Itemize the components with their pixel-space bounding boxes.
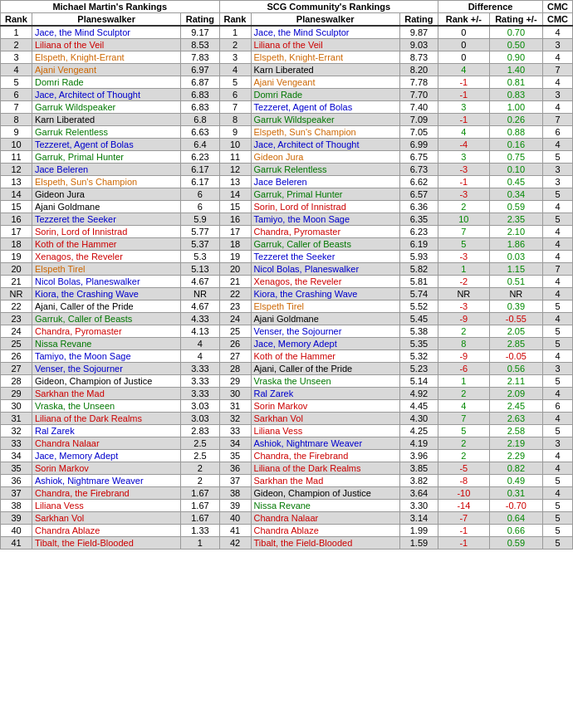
scg-planeswalker: Xenagos, the Reveler xyxy=(251,276,399,288)
scg-planeswalker: Chandra, Pyromaster xyxy=(251,226,399,238)
table-row: 25 Nissa Revane 4 26 Jace, Memory Adept … xyxy=(1,338,573,350)
scg-rank: 19 xyxy=(219,251,251,263)
table-row: 7 Garruk Wildspeaker 6.83 7 Tezzeret, Ag… xyxy=(1,101,573,114)
cmc-val: 5 xyxy=(543,338,573,350)
mm-rank: 8 xyxy=(1,114,32,126)
rating-diff: 2.35 xyxy=(489,213,542,226)
mm-rating: 6 xyxy=(181,201,219,213)
mm-planeswalker: Elspeth, Knight-Errant xyxy=(32,51,181,64)
scg-rank: 15 xyxy=(219,201,251,213)
rank-diff: -3 xyxy=(438,164,490,176)
cmc-val: 4 xyxy=(543,313,573,325)
mm-rating: 4.67 xyxy=(181,276,219,288)
mm-planeswalker: Kiora, the Crashing Wave xyxy=(32,288,181,300)
scg-rank: 11 xyxy=(219,151,251,164)
scg-rating: 5.35 xyxy=(399,338,438,350)
table-row: 8 Karn Liberated 6.8 8 Garruk Wildspeake… xyxy=(1,114,573,126)
rank-diff: -1 xyxy=(438,537,490,550)
scg-rank: 26 xyxy=(219,338,251,350)
scg-planeswalker: Liliana of the Dark Realms xyxy=(251,462,399,475)
scg-rank: 4 xyxy=(219,64,251,76)
rating-diff-header: Rating +/- xyxy=(489,13,542,27)
scg-rating: 7.40 xyxy=(399,101,438,114)
scg-planeswalker: Chandra Ablaze xyxy=(251,525,399,537)
mm-rank: 15 xyxy=(1,201,32,213)
scg-planeswalker: Tamiyo, the Moon Sage xyxy=(251,213,399,226)
rating-diff: 0.31 xyxy=(489,487,542,500)
mm-rank: 6 xyxy=(1,89,32,101)
scg-rating: 1.99 xyxy=(399,525,438,537)
scg-rank: 31 xyxy=(219,400,251,413)
rank-diff: 5 xyxy=(438,425,490,437)
mm-rank: 16 xyxy=(1,213,32,226)
rank-diff: 2 xyxy=(438,388,490,400)
scg-rating: 3.14 xyxy=(399,512,438,525)
table-row: 23 Garruk, Caller of Beasts 4.33 24 Ajan… xyxy=(1,313,573,325)
scg-planeswalker: Liliana Vess xyxy=(251,425,399,437)
mm-rank: 11 xyxy=(1,151,32,164)
scg-planeswalker: Garruk, Caller of Beasts xyxy=(251,238,399,251)
mm-rank: 13 xyxy=(1,176,32,188)
scg-rating: 4.92 xyxy=(399,388,438,400)
rating-diff: 0.34 xyxy=(489,188,542,201)
scg-planeswalker: Ajani, Caller of the Pride xyxy=(251,363,399,375)
mm-rating: 6.17 xyxy=(181,176,219,188)
mm-rank: 32 xyxy=(1,425,32,437)
mm-planeswalker: Garruk, Caller of Beasts xyxy=(32,313,181,325)
scg-rank: 34 xyxy=(219,437,251,450)
table-row: NR Kiora, the Crashing Wave NR 22 Kiora,… xyxy=(1,288,573,300)
scg-rating: 6.36 xyxy=(399,201,438,213)
scg-planeswalker: Jace, the Mind Sculptor xyxy=(251,26,399,39)
scg-planeswalker: Garruk Relentless xyxy=(251,164,399,176)
mm-rating: 2 xyxy=(181,462,219,475)
table-row: 3 Elspeth, Knight-Errant 7.83 3 Elspeth,… xyxy=(1,51,573,64)
table-row: 34 Jace, Memory Adept 2.5 35 Chandra, th… xyxy=(1,450,573,462)
mm-rating: 1.67 xyxy=(181,500,219,512)
scg-rating: 5.93 xyxy=(399,251,438,263)
scg-rating: 5.32 xyxy=(399,350,438,363)
mm-rank: 5 xyxy=(1,76,32,89)
rank-diff: -14 xyxy=(438,500,490,512)
scg-rating: 3.82 xyxy=(399,475,438,487)
table-row: 16 Tezzeret the Seeker 5.9 16 Tamiyo, th… xyxy=(1,213,573,226)
mm-rating: 2 xyxy=(181,475,219,487)
scg-rating: 3.64 xyxy=(399,487,438,500)
cmc-val: 6 xyxy=(543,126,573,139)
cmc-val: 3 xyxy=(543,89,573,101)
scg-rating: 1.59 xyxy=(399,537,438,550)
cmc-val: 3 xyxy=(543,437,573,450)
scg-planeswalker: Liliana of the Veil xyxy=(251,39,399,51)
mm-rating: 8.53 xyxy=(181,39,219,51)
mm-rating: 6 xyxy=(181,188,219,201)
rating-diff: 0.51 xyxy=(489,276,542,288)
scg-rank: 7 xyxy=(219,101,251,114)
scg-planeswalker: Nissa Revane xyxy=(251,500,399,512)
table-row: 19 Xenagos, the Reveler 5.3 19 Tezzeret … xyxy=(1,251,573,263)
scg-planeswalker: Nicol Bolas, Planeswalker xyxy=(251,263,399,276)
scg-rank: 2 xyxy=(219,39,251,51)
table-row: 10 Tezzeret, Agent of Bolas 6.4 10 Jace,… xyxy=(1,139,573,151)
cmc-val: 4 xyxy=(543,251,573,263)
cmc-val: 5 xyxy=(543,475,573,487)
scg-planeswalker: Koth of the Hammer xyxy=(251,350,399,363)
scg-planeswalker: Ajani Vengeant xyxy=(251,76,399,89)
scg-rank: 41 xyxy=(219,525,251,537)
scg-rating: 6.35 xyxy=(399,213,438,226)
scg-rank: 5 xyxy=(219,76,251,89)
scg-rating: 8.73 xyxy=(399,51,438,64)
scg-rank: 30 xyxy=(219,388,251,400)
rank-diff: -8 xyxy=(438,475,490,487)
rank-diff: 3 xyxy=(438,101,490,114)
rating-diff: 0.50 xyxy=(489,39,542,51)
rating-diff: 1.40 xyxy=(489,64,542,76)
mm-rating: 6.17 xyxy=(181,164,219,176)
mm-rank: 33 xyxy=(1,437,32,450)
scg-rating: 6.75 xyxy=(399,151,438,164)
mm-rank: NR xyxy=(1,288,32,300)
table-row: 6 Jace, Architect of Thought 6.83 6 Domr… xyxy=(1,89,573,101)
cmc-section-header: CMC xyxy=(543,1,573,13)
mm-planeswalker: Sorin Markov xyxy=(32,462,181,475)
scg-rating: 6.19 xyxy=(399,238,438,251)
rating-diff: 2.11 xyxy=(489,375,542,388)
scg-rank: 21 xyxy=(219,276,251,288)
